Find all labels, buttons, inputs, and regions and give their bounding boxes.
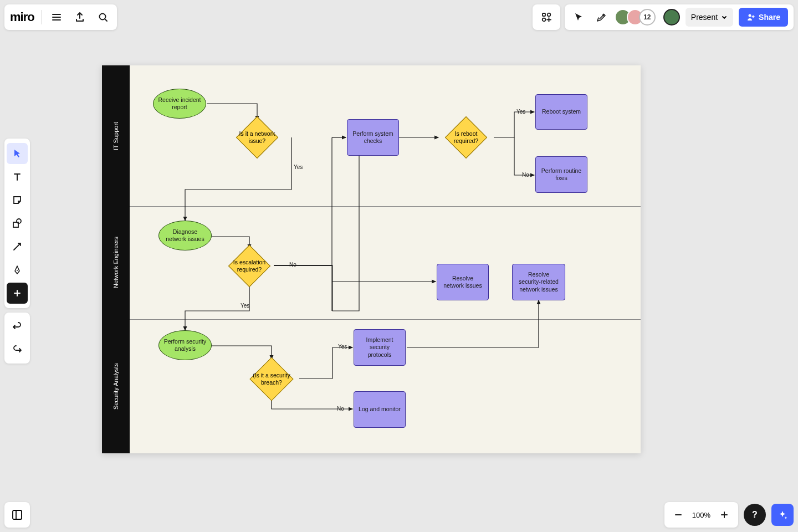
node-log-monitor[interactable]: Log and monitor (354, 391, 406, 428)
node-security-analysis[interactable]: Perform security analysis (158, 330, 212, 360)
more-tools-button[interactable] (7, 283, 28, 304)
zoom-panel: 100% (664, 502, 738, 528)
node-perform-checks[interactable]: Perform system checks (347, 119, 399, 156)
divider (41, 10, 42, 24)
edge-label: Yes (294, 164, 303, 170)
lane-label: Security Analysts (102, 319, 130, 453)
chevron-down-icon (721, 14, 728, 21)
node-routine-fixes[interactable]: Perform routine fixes (535, 156, 587, 193)
apps-panel (533, 4, 560, 30)
left-toolbar (4, 139, 30, 308)
current-user-avatar[interactable] (663, 9, 680, 25)
edge-label: No (337, 406, 344, 412)
node-is-network[interactable]: Is it a network issue? (232, 121, 282, 154)
node-receive-incident[interactable]: Receive incident report (153, 89, 206, 119)
pen-tool[interactable] (7, 259, 28, 280)
avatar-overflow-count[interactable]: 12 (639, 9, 656, 25)
svg-rect-1 (543, 13, 545, 16)
sticky-note-tool[interactable] (7, 190, 28, 211)
node-implement-protocols[interactable]: Implement security protocols (354, 329, 406, 366)
node-resolve-sec-network[interactable]: Resolve security-related network issues (512, 264, 565, 300)
node-is-reboot[interactable]: Is reboot required? (441, 121, 491, 154)
edge-label: Yes (338, 344, 347, 350)
select-tool[interactable] (7, 143, 28, 164)
redo-button[interactable] (7, 339, 28, 360)
node-reboot-system[interactable]: Reboot system (535, 94, 587, 130)
apps-button[interactable] (538, 9, 555, 25)
node-resolve-network[interactable]: Resolve network issues (437, 264, 489, 300)
lane-separator (130, 319, 641, 320)
undo-redo-toolbar (4, 313, 30, 364)
share-button[interactable]: Share (739, 8, 788, 27)
svg-point-3 (543, 18, 546, 22)
lane-header-column: IT Support Network Engineers Security An… (102, 65, 130, 453)
present-button[interactable]: Present (686, 8, 733, 27)
undo-button[interactable] (7, 316, 28, 337)
logo: miro (10, 10, 34, 24)
reactions-button[interactable] (592, 9, 609, 25)
ai-assist-button[interactable] (771, 504, 794, 526)
lane-label: Network Engineers (102, 206, 130, 319)
node-is-breach[interactable]: (Is it a security breach? (245, 361, 298, 397)
present-label: Present (691, 13, 718, 22)
cursor-mode-button[interactable] (570, 9, 587, 25)
export-button[interactable] (71, 9, 88, 25)
edge-label: No (522, 172, 529, 178)
zoom-level: 100% (692, 511, 710, 519)
zoom-out-button[interactable] (670, 507, 687, 523)
shape-tool[interactable] (7, 213, 28, 234)
svg-point-2 (548, 13, 551, 17)
bottom-right-cluster: 100% ? (664, 502, 794, 528)
svg-point-7 (17, 270, 18, 271)
share-label: Share (759, 13, 780, 22)
lane-separator (130, 206, 641, 207)
svg-rect-8 (13, 510, 22, 519)
collab-panel: 12 Present Share (565, 4, 794, 30)
user-plus-icon (746, 13, 755, 22)
edge-label: Yes (516, 109, 525, 115)
zoom-in-button[interactable] (716, 507, 733, 523)
collaborator-avatars[interactable]: 12 (615, 9, 656, 25)
svg-point-6 (17, 219, 21, 223)
node-diagnose-network[interactable]: Diagnose network issues (158, 221, 212, 250)
edge-label: No (289, 262, 296, 268)
lane-label: IT Support (102, 65, 130, 206)
text-tool[interactable] (7, 166, 28, 187)
connector-tool[interactable] (7, 236, 28, 257)
main-menu-button[interactable] (48, 9, 65, 25)
swimlane-diagram[interactable]: IT Support Network Engineers Security An… (102, 65, 641, 453)
search-button[interactable] (95, 9, 111, 25)
help-button[interactable]: ? (744, 504, 766, 526)
top-left-toolbar: miro (4, 4, 117, 30)
top-right-cluster: 12 Present Share (533, 4, 794, 30)
svg-point-4 (749, 14, 751, 17)
edge-label: Yes (241, 303, 249, 309)
frames-panel-button[interactable] (4, 502, 30, 528)
node-is-escalation[interactable]: Is escalation required? (224, 249, 274, 283)
